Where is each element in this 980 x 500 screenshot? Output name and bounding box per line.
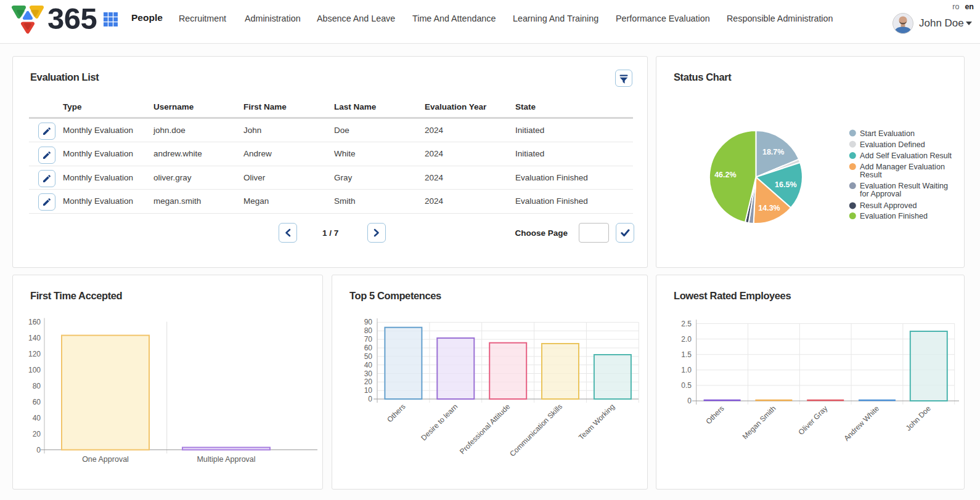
svg-text:Desire to learn: Desire to learn [419,402,459,442]
svg-text:Multiple Approval: Multiple Approval [197,455,255,464]
svg-text:30: 30 [364,369,373,378]
svg-text:Professional Attitude: Professional Attitude [458,402,512,456]
svg-text:16.5%: 16.5% [775,180,796,189]
svg-text:Megan Smith: Megan Smith [741,404,778,441]
svg-text:80: 80 [364,326,373,335]
svg-text:140: 140 [28,334,41,342]
svg-text:Evaluation Result Waiting: Evaluation Result Waiting [860,182,948,190]
svg-text:0: 0 [368,395,372,403]
svg-text:Start Evaluation: Start Evaluation [860,129,915,138]
svg-text:1.0: 1.0 [681,366,692,374]
svg-text:18.7%: 18.7% [762,148,784,156]
svg-text:0.5: 0.5 [681,381,692,390]
svg-text:John Doe: John Doe [904,404,933,432]
svg-text:90: 90 [364,318,373,326]
svg-text:120: 120 [28,350,41,358]
svg-text:Others: Others [704,404,725,425]
svg-text:Add Manager Evaluation: Add Manager Evaluation [860,163,945,171]
svg-text:Team Working: Team Working [577,402,616,442]
svg-text:Add Self Evaluation Result: Add Self Evaluation Result [860,151,952,160]
svg-text:Others: Others [385,402,407,424]
svg-text:40: 40 [364,361,373,369]
svg-text:50: 50 [364,352,373,361]
svg-text:Evaluation Finished: Evaluation Finished [860,212,928,220]
svg-text:60: 60 [364,344,373,352]
svg-text:46.2%: 46.2% [714,171,736,179]
svg-text:Andrew White: Andrew White [842,404,881,443]
svg-text:14.3%: 14.3% [758,204,780,212]
svg-text:2.0: 2.0 [681,335,692,344]
svg-text:70: 70 [364,335,373,344]
svg-text:20: 20 [364,377,373,386]
svg-text:60: 60 [33,398,41,406]
svg-text:Evaluation Defined: Evaluation Defined [860,140,925,149]
svg-text:80: 80 [33,382,41,390]
svg-text:0: 0 [687,397,692,405]
svg-text:Oliver Gray: Oliver Gray [797,404,830,437]
svg-text:10: 10 [364,386,373,395]
svg-text:0: 0 [36,446,41,454]
svg-text:1.5: 1.5 [681,350,692,359]
svg-text:160: 160 [28,318,41,326]
svg-text:100: 100 [28,366,41,374]
svg-text:Result Approved: Result Approved [860,201,917,210]
svg-text:2.5: 2.5 [681,320,692,328]
svg-text:Communication Skills: Communication Skills [508,402,564,458]
svg-text:for Approval: for Approval [860,190,901,198]
svg-text:Result: Result [860,171,882,179]
svg-text:20: 20 [33,430,41,438]
svg-text:40: 40 [33,414,41,422]
svg-text:One Approval: One Approval [82,455,129,464]
